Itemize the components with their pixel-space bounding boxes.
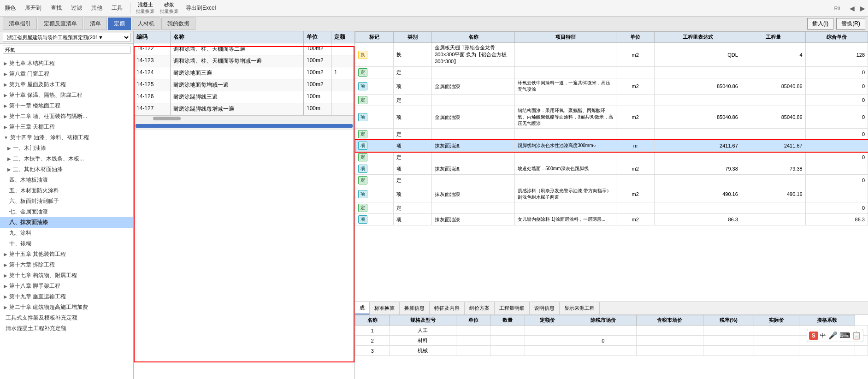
quota-progress [136,124,353,128]
b-header-unit: 单位 [456,315,490,326]
menu-find[interactable]: 查找 [49,3,64,13]
tree-item-2[interactable]: ▶第九章 屋面及防水工程 [0,79,133,90]
quota-row-1[interactable]: 14-123 调和涂墙、柱、天棚面等每增减一遍 100m2 [134,55,354,67]
bottom-row-1[interactable]: 2 材料 0 [355,336,868,346]
menu-filter[interactable]: 过滤 [69,3,84,13]
tree-item-16[interactable]: 九、涂料 [0,228,133,238]
quota-row-0[interactable]: 14-122 调和涂墙、柱、天棚面等二遍 100m2 [134,43,354,55]
keyboard-icon[interactable]: ⌨ [839,331,850,340]
quota-unit-5: 100m [304,103,331,115]
r-cell-expr-0: QDL [655,43,741,67]
menu-tools[interactable]: 工具 [110,3,124,13]
right-row-6[interactable]: 项 项 抹灰面油漆 踢脚线均涂灰色水性油漆高度300mm○ m 2411.67 … [355,140,868,152]
right-row-8[interactable]: 项 项 抹灰面油漆 坡道处墙面：500mm深灰色踢脚线 m2 79.38 79.… [355,163,868,175]
tab-清单指引[interactable]: 清单指引 [3,18,37,30]
tree-item-5[interactable]: ▶第十二章 墙、柱面装饰与隔断... [0,111,133,122]
right-top-table: 标记 类别 名称 项目特征 单位 工程里表达式 工程量 综合单价 换 换 金属板… [355,31,868,302]
tree-item-14[interactable]: 七、金属面油漆 [0,207,133,217]
right-row-4[interactable]: 项 项 金属面油漆 钢结构面漆：采用环氧、聚氨酯、丙烯酸环氧、丙烯酸聚氨酯等面涂… [355,106,868,129]
r-cell-name-11 [432,202,515,214]
tree-item-25[interactable]: 清水混凝土工程补充定额 [0,323,133,334]
quota-row-5[interactable]: 14-127 耐磨涂踢脚线每增减一遍 100m [134,103,354,115]
quota-scroll[interactable] [134,115,354,121]
bottom-row-2[interactable]: 3 机械 [355,346,868,356]
tree-item-1[interactable]: ▶第八章 门窗工程 [0,69,133,79]
right-main-table: 标记 类别 名称 项目特征 单位 工程里表达式 工程量 综合单价 换 换 金属板… [355,31,868,225]
tab-定额[interactable]: 定额 [108,18,131,30]
tree-item-15[interactable]: 八、抹灰面油漆 [0,217,133,228]
clipboard-icon[interactable]: 📋 [852,331,861,340]
b-header-coeff: 接格系数 [799,315,855,326]
tree-item-22[interactable]: ▶第十九章 垂直运输工程 [0,291,133,302]
tree-item-13[interactable]: 六、板面封油刮腻子 [0,196,133,207]
search-input[interactable] [3,46,130,54]
right-row-3[interactable]: 定 定 0 [355,95,868,106]
insert-button[interactable]: 插入(I) [807,18,833,30]
bottom-tab-5[interactable]: 工程量明细 [495,302,530,314]
tree-item-20[interactable]: ▶第十七章 构筑物、附属工程 [0,270,133,281]
tree-item-19[interactable]: ▶第十六章 拆除工程 [0,260,133,270]
tree-item-8[interactable]: ▶一、木门油漆 [0,143,133,154]
quota-row-4[interactable]: 14-126 耐磨涂踢脚线三遍 100m [134,91,354,103]
bottom-tab-4[interactable]: 组价方案 [465,302,495,314]
center-quota-panel: 编码 名称 单位 定额 14-122 调和涂墙、柱、天棚面等二遍 100m2 1… [134,31,355,379]
right-row-5[interactable]: 定 定 0 [355,129,868,140]
tab-定额反查清单[interactable]: 定额反查清单 [38,18,83,30]
right-row-0[interactable]: 换 换 金属板天棚 T形铝合金龙骨 300×300平面 换为【铝合金方板300*… [355,43,868,67]
right-row-10[interactable]: 项 项 抹灰面油漆 质感涂料（刷条形发光警示油漆,带方向指示）刮浅色耐水腻子两道… [355,186,868,202]
r-cell-price-10 [805,186,868,202]
tree-item-6[interactable]: ▶第十三章 天棚工程 [0,122,133,132]
tree-item-12[interactable]: 五、木材面防火涂料 [0,185,133,196]
tree-item-24[interactable]: 工具式支撑架及模板补充定额 [0,313,133,323]
mic-icon[interactable]: 🎤 [828,331,838,340]
tree-item-11[interactable]: 四、木地板油漆 [0,175,133,185]
quota-row-3[interactable]: 14-125 耐磨涂地面每增减一遍 100m2 [134,79,354,91]
tree-item-23[interactable]: ▶第二十章 建筑物超高施工增加费 [0,302,133,313]
bottom-tab-1[interactable]: 标准换算 [370,302,400,314]
right-row-7[interactable]: 定 定 0 [355,152,868,163]
r-cell-type-6: 项 [394,140,432,152]
menu-other[interactable]: 其他 [89,3,104,13]
tree-item-4[interactable]: ▶第十一章 楼地面工程 [0,101,133,111]
bottom-tab-2[interactable]: 换算信息 [400,302,430,314]
tree-item-9[interactable]: ▶二、木扶手、木线条、木板... [0,154,133,164]
tree-item-0[interactable]: ▶第七章 木结构工程 [0,58,133,69]
r-cell-unit-12: m2 [616,214,655,225]
right-row-9[interactable]: 定 定 0 [355,175,868,186]
replace-button[interactable]: 替换(R) [836,18,865,30]
menu-mortar[interactable]: 砂浆 批量换算 [160,1,178,15]
tab-人材机[interactable]: 人材机 [132,18,160,30]
arrow-left-icon[interactable]: ◀ [850,5,855,12]
tree-item-17[interactable]: 十、裱糊 [0,238,133,249]
tree-item-21[interactable]: ▶第十八章 脚手架工程 [0,281,133,291]
r-cell-expr-11 [655,202,741,214]
right-row-11[interactable]: 定 定 0 [355,202,868,214]
r-cell-feature-7 [515,152,616,163]
bottom-tab-0[interactable]: 成 [355,302,370,314]
arrow-right-icon[interactable]: ▶ [860,5,865,12]
tab-我的数据[interactable]: 我的数据 [161,18,195,30]
b-price2-0 [637,326,703,336]
tree-label-20: 第十七章 构筑物、附属工程 [9,272,77,279]
menu-expand[interactable]: 展开到 [23,3,43,13]
quota-source-dropdown[interactable]: 浙江省房屋建筑与装饰工程预算定额(201▼ [3,33,130,42]
b-header-price3: 含税市场价 [637,315,703,326]
tree-item-7[interactable]: ▼第十四章 油漆、涂料、裱糊工程 [0,132,133,143]
tree-item-18[interactable]: ▶第十五章 其他装饰工程 [0,249,133,260]
tree-item-10[interactable]: ▶三、其他木材面油漆 [0,164,133,175]
right-row-2[interactable]: 项 项 金属面油漆 环氧云铁中间涂料一道，一遍共60微米，高压无气喷涂 m2 8… [355,78,868,95]
r-cell-feature-0 [515,43,616,67]
bottom-row-0[interactable]: 1 人工 [355,326,868,336]
menu-export-excel[interactable]: 导出到Excel [184,3,218,13]
right-row-1[interactable]: 定 定 0 [355,67,868,78]
quota-row-2[interactable]: 14-124 耐磨涂地面三遍 100m2 1 [134,67,354,79]
bottom-tab-6[interactable]: 说明信息 [530,302,560,314]
tree-item-3[interactable]: ▶第十章 保温、隔热、防腐工程 [0,90,133,101]
menu-concrete[interactable]: 混凝土 批量换算 [136,1,154,15]
right-row-12[interactable]: 项 项 抹灰面油漆 女儿墙内侧涂料 1)涂面层涂料，一层两层... m2 86.… [355,214,868,225]
bottom-tab-7[interactable]: 显示来源工程 [560,302,600,314]
r-cell-price-6 [805,140,868,152]
bottom-tab-3[interactable]: 特征及内容 [430,302,465,314]
tab-清单[interactable]: 清单 [84,18,107,30]
menu-color[interactable]: 颜色 [3,3,18,13]
